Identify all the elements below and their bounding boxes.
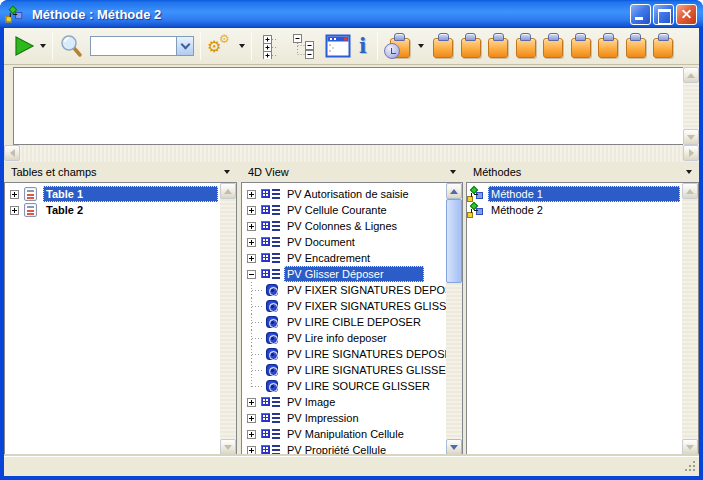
- editor-vertical-scrollbar[interactable]: [683, 67, 699, 145]
- tree-item-label[interactable]: Méthode 2: [488, 202, 546, 218]
- search-combobox[interactable]: [90, 36, 194, 56]
- clipboard-icon[interactable]: [543, 33, 563, 59]
- scroll-thumb[interactable]: [446, 199, 462, 283]
- tree-item-label[interactable]: PV LIRE CIBLE DEPOSER: [284, 314, 424, 330]
- maximize-button[interactable]: [653, 4, 674, 25]
- search-input[interactable]: [91, 37, 176, 55]
- new-window-icon[interactable]: [325, 34, 352, 59]
- scroll-right-button[interactable]: [683, 145, 699, 161]
- tree-item-label[interactable]: PV Image: [284, 394, 338, 410]
- tree-expander-minus[interactable]: [247, 270, 256, 279]
- tree-expander-plus[interactable]: [247, 414, 256, 423]
- clipboard-icon[interactable]: [488, 33, 508, 59]
- tree-row[interactable]: PV Cellule Courante: [242, 202, 446, 218]
- tree-item-label[interactable]: PV Propriété Cellule: [284, 442, 389, 455]
- tree-item-label[interactable]: PV LIRE SOURCE GLISSER: [284, 378, 433, 394]
- search-icon[interactable]: [59, 33, 84, 59]
- tree-expander-plus[interactable]: [247, 446, 256, 455]
- macros-dropdown-caret[interactable]: [418, 44, 424, 48]
- tables-scrollbar[interactable]: [220, 183, 236, 455]
- tree-expander-plus[interactable]: [247, 254, 256, 263]
- tree-row[interactable]: Méthode 2: [467, 202, 682, 218]
- macros-button[interactable]: [384, 32, 424, 60]
- tree-row[interactable]: PV Document: [242, 234, 446, 250]
- tree-row[interactable]: Méthode 1: [467, 186, 682, 202]
- tree-row[interactable]: PV FIXER SIGNATURES GLISSER: [242, 298, 446, 314]
- preferences-dropdown-caret[interactable]: [239, 44, 245, 48]
- tree-row[interactable]: PV Colonnes & Lignes: [242, 218, 446, 234]
- clipboard-icon[interactable]: [571, 33, 591, 59]
- tree-expander-plus[interactable]: [247, 206, 256, 215]
- editor-horizontal-scrollbar[interactable]: [4, 145, 699, 162]
- methods-header-dropdown-caret[interactable]: [686, 170, 692, 174]
- methods-scrollbar[interactable]: [682, 183, 698, 455]
- tree-item-label[interactable]: PV Glisser Déposer: [284, 266, 424, 282]
- info-icon[interactable]: i: [355, 34, 371, 58]
- tree-row[interactable]: PV FIXER SIGNATURES DEPOSER: [242, 282, 446, 298]
- scroll-track[interactable]: [446, 199, 462, 439]
- tree-expander-plus[interactable]: [10, 190, 19, 199]
- tree-item-label[interactable]: PV FIXER SIGNATURES GLISSER: [284, 298, 446, 314]
- tree-expander-plus[interactable]: [247, 398, 256, 407]
- scroll-track[interactable]: [683, 83, 699, 129]
- tree-expander-plus[interactable]: [247, 430, 256, 439]
- tree-row[interactable]: PV Impression: [242, 410, 446, 426]
- tree-item-label[interactable]: Table 2: [43, 202, 86, 218]
- scroll-up-button[interactable]: [683, 67, 699, 83]
- tree-item-label[interactable]: PV Autorisation de saisie: [284, 186, 412, 202]
- tree-row[interactable]: PV Glisser Déposer: [242, 266, 446, 282]
- 4dview-scrollbar[interactable]: [446, 183, 462, 455]
- clipboard-icon[interactable]: [516, 33, 536, 59]
- tree-row[interactable]: PV Lire info deposer: [242, 330, 446, 346]
- search-dropdown-button[interactable]: [176, 37, 193, 55]
- tree-item-label[interactable]: PV Encadrement: [284, 250, 373, 266]
- tree-row[interactable]: PV LIRE SOURCE GLISSER: [242, 378, 446, 394]
- close-button[interactable]: [676, 4, 697, 25]
- tree-item-label[interactable]: PV LIRE SIGNATURES DEPOSER: [284, 346, 446, 362]
- collapse-all-icon[interactable]: [292, 33, 318, 60]
- tree-item-label[interactable]: PV Cellule Courante: [284, 202, 390, 218]
- tree-row[interactable]: PV Encadrement: [242, 250, 446, 266]
- scroll-up-button[interactable]: [220, 183, 236, 199]
- tree-item-label[interactable]: PV Impression: [284, 410, 362, 426]
- titlebar[interactable]: Méthode : Méthode 2: [0, 0, 703, 28]
- tree-row[interactable]: PV LIRE SIGNATURES GLISSER: [242, 362, 446, 378]
- tree-expander-plus[interactable]: [10, 206, 19, 215]
- tree-item-label[interactable]: PV FIXER SIGNATURES DEPOSER: [284, 282, 446, 298]
- clipboard-icon[interactable]: [653, 33, 673, 59]
- clipboard-icon[interactable]: [433, 33, 453, 59]
- 4dview-header-dropdown-caret[interactable]: [450, 170, 456, 174]
- code-editor[interactable]: [13, 67, 683, 145]
- execute-method-button[interactable]: [12, 34, 46, 58]
- expand-all-icon[interactable]: [261, 33, 285, 59]
- tree-row[interactable]: PV LIRE CIBLE DEPOSER: [242, 314, 446, 330]
- tree-row[interactable]: PV Manipulation Cellule: [242, 426, 446, 442]
- scroll-left-button[interactable]: [4, 145, 20, 161]
- scroll-up-button[interactable]: [446, 183, 462, 199]
- tree-expander-plus[interactable]: [247, 190, 256, 199]
- scroll-down-button[interactable]: [683, 129, 699, 145]
- tree-item-label[interactable]: PV Colonnes & Lignes: [284, 218, 400, 234]
- clipboard-icon[interactable]: [598, 33, 618, 59]
- tree-item-label[interactable]: PV Document: [284, 234, 358, 250]
- tree-item-label[interactable]: Table 1: [43, 186, 218, 202]
- tree-row[interactable]: PV Propriété Cellule: [242, 442, 446, 455]
- tree-item-label[interactable]: PV Lire info deposer: [284, 330, 390, 346]
- scroll-up-button[interactable]: [682, 183, 698, 199]
- scroll-down-button[interactable]: [682, 439, 698, 455]
- minimize-button[interactable]: [630, 4, 651, 25]
- scroll-down-button[interactable]: [220, 439, 236, 455]
- resize-grip[interactable]: [685, 461, 697, 473]
- tree-expander-plus[interactable]: [247, 222, 256, 231]
- clipboard-icon[interactable]: [626, 33, 646, 59]
- tree-row[interactable]: Table 1: [5, 186, 220, 202]
- tree-row[interactable]: Table 2: [5, 202, 220, 218]
- scroll-track[interactable]: [682, 199, 698, 439]
- execute-dropdown-caret[interactable]: [40, 44, 46, 48]
- scroll-track[interactable]: [220, 199, 236, 439]
- tree-item-label[interactable]: PV Manipulation Cellule: [284, 426, 407, 442]
- tables-header-dropdown-caret[interactable]: [224, 170, 230, 174]
- tree-item-label[interactable]: Méthode 1: [488, 186, 680, 202]
- scroll-track[interactable]: [20, 145, 683, 162]
- tree-row[interactable]: PV LIRE SIGNATURES DEPOSER: [242, 346, 446, 362]
